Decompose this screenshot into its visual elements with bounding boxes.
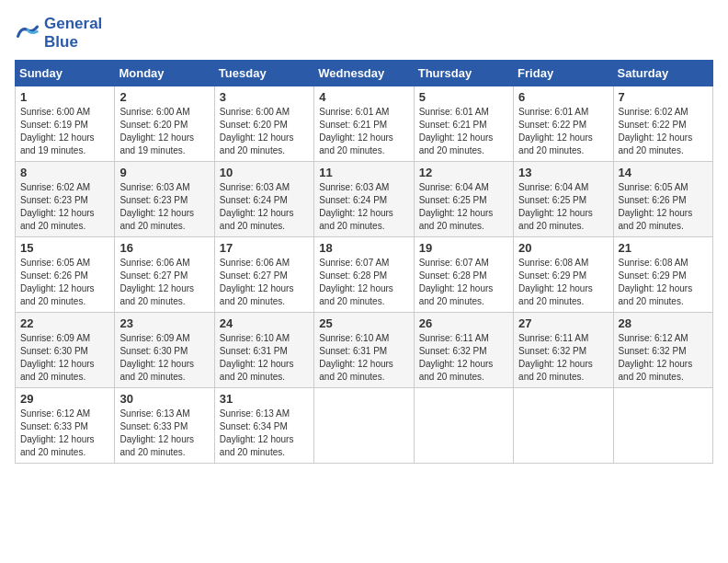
calendar-cell: 22Sunrise: 6:09 AM Sunset: 6:30 PM Dayli… [16, 313, 115, 388]
day-info: Sunrise: 6:02 AM Sunset: 6:22 PM Dayligh… [619, 106, 708, 157]
day-number: 5 [419, 90, 508, 104]
calendar-week-row: 1Sunrise: 6:00 AM Sunset: 6:19 PM Daylig… [16, 86, 713, 162]
calendar-cell: 31Sunrise: 6:13 AM Sunset: 6:34 PM Dayli… [214, 388, 313, 464]
day-number: 6 [518, 90, 608, 104]
calendar-cell: 9Sunrise: 6:03 AM Sunset: 6:23 PM Daylig… [115, 162, 214, 237]
calendar-cell: 26Sunrise: 6:11 AM Sunset: 6:32 PM Dayli… [414, 313, 513, 388]
calendar-cell: 25Sunrise: 6:10 AM Sunset: 6:31 PM Dayli… [314, 313, 414, 388]
day-number: 17 [220, 241, 309, 255]
day-number: 12 [419, 166, 508, 179]
day-number: 11 [319, 166, 408, 179]
day-info: Sunrise: 6:00 AM Sunset: 6:20 PM Dayligh… [220, 106, 309, 157]
day-number: 7 [619, 90, 708, 104]
calendar-cell: 3Sunrise: 6:00 AM Sunset: 6:20 PM Daylig… [214, 86, 313, 162]
day-info: Sunrise: 6:06 AM Sunset: 6:27 PM Dayligh… [220, 257, 309, 308]
calendar-cell: 20Sunrise: 6:08 AM Sunset: 6:29 PM Dayli… [514, 237, 613, 313]
calendar-cell: 7Sunrise: 6:02 AM Sunset: 6:22 PM Daylig… [613, 86, 712, 162]
calendar-week-row: 8Sunrise: 6:02 AM Sunset: 6:23 PM Daylig… [16, 162, 713, 237]
calendar-cell: 15Sunrise: 6:05 AM Sunset: 6:26 PM Dayli… [16, 237, 115, 313]
day-info: Sunrise: 6:07 AM Sunset: 6:28 PM Dayligh… [419, 257, 508, 308]
day-info: Sunrise: 6:05 AM Sunset: 6:26 PM Dayligh… [20, 257, 109, 308]
day-info: Sunrise: 6:10 AM Sunset: 6:31 PM Dayligh… [319, 332, 408, 384]
calendar-cell: 24Sunrise: 6:10 AM Sunset: 6:31 PM Dayli… [214, 313, 313, 388]
calendar-cell: 23Sunrise: 6:09 AM Sunset: 6:30 PM Dayli… [115, 313, 214, 388]
day-number: 4 [319, 90, 408, 104]
day-info: Sunrise: 6:11 AM Sunset: 6:32 PM Dayligh… [419, 332, 508, 384]
day-number: 30 [119, 392, 209, 406]
day-number: 26 [419, 316, 508, 330]
day-number: 13 [518, 166, 608, 179]
day-number: 1 [20, 90, 109, 104]
day-info: Sunrise: 6:03 AM Sunset: 6:24 PM Dayligh… [319, 181, 408, 233]
logo-text: General Blue [44, 15, 102, 51]
calendar-cell: 27Sunrise: 6:11 AM Sunset: 6:32 PM Dayli… [514, 313, 613, 388]
day-info: Sunrise: 6:03 AM Sunset: 6:23 PM Dayligh… [119, 181, 209, 233]
day-info: Sunrise: 6:01 AM Sunset: 6:21 PM Dayligh… [419, 106, 508, 157]
day-info: Sunrise: 6:12 AM Sunset: 6:33 PM Dayligh… [20, 408, 109, 459]
day-info: Sunrise: 6:09 AM Sunset: 6:30 PM Dayligh… [20, 332, 109, 384]
logo: General Blue [15, 15, 102, 51]
calendar-cell [414, 388, 513, 464]
day-info: Sunrise: 6:03 AM Sunset: 6:24 PM Dayligh… [220, 181, 309, 233]
day-number: 2 [119, 90, 209, 104]
calendar-cell: 13Sunrise: 6:04 AM Sunset: 6:25 PM Dayli… [514, 162, 613, 237]
calendar-cell: 17Sunrise: 6:06 AM Sunset: 6:27 PM Dayli… [214, 237, 313, 313]
day-info: Sunrise: 6:10 AM Sunset: 6:31 PM Dayligh… [220, 332, 309, 384]
day-info: Sunrise: 6:00 AM Sunset: 6:20 PM Dayligh… [119, 106, 209, 157]
day-number: 20 [518, 241, 608, 255]
calendar-cell: 14Sunrise: 6:05 AM Sunset: 6:26 PM Dayli… [613, 162, 712, 237]
day-info: Sunrise: 6:06 AM Sunset: 6:27 PM Dayligh… [119, 257, 209, 308]
day-number: 10 [220, 166, 309, 179]
day-info: Sunrise: 6:13 AM Sunset: 6:34 PM Dayligh… [220, 408, 309, 459]
calendar-cell: 4Sunrise: 6:01 AM Sunset: 6:21 PM Daylig… [314, 86, 414, 162]
day-info: Sunrise: 6:12 AM Sunset: 6:32 PM Dayligh… [619, 332, 708, 384]
day-number: 18 [319, 241, 408, 255]
logo-icon [15, 20, 40, 46]
day-number: 22 [20, 316, 109, 330]
day-number: 25 [319, 316, 408, 330]
day-info: Sunrise: 6:11 AM Sunset: 6:32 PM Dayligh… [518, 332, 608, 384]
day-number: 15 [20, 241, 109, 255]
calendar-cell: 5Sunrise: 6:01 AM Sunset: 6:21 PM Daylig… [414, 86, 513, 162]
calendar-cell: 1Sunrise: 6:00 AM Sunset: 6:19 PM Daylig… [16, 86, 115, 162]
day-number: 8 [20, 166, 109, 179]
weekday-header-row: SundayMondayTuesdayWednesdayThursdayFrid… [16, 61, 713, 86]
day-number: 21 [619, 241, 708, 255]
calendar-cell: 6Sunrise: 6:01 AM Sunset: 6:22 PM Daylig… [514, 86, 613, 162]
calendar-cell: 12Sunrise: 6:04 AM Sunset: 6:25 PM Dayli… [414, 162, 513, 237]
day-info: Sunrise: 6:01 AM Sunset: 6:22 PM Dayligh… [518, 106, 608, 157]
day-number: 14 [619, 166, 708, 179]
calendar-cell: 18Sunrise: 6:07 AM Sunset: 6:28 PM Dayli… [314, 237, 414, 313]
day-info: Sunrise: 6:01 AM Sunset: 6:21 PM Dayligh… [319, 106, 408, 157]
weekday-header-thursday: Thursday [414, 61, 513, 86]
day-info: Sunrise: 6:04 AM Sunset: 6:25 PM Dayligh… [419, 181, 508, 233]
calendar-cell: 29Sunrise: 6:12 AM Sunset: 6:33 PM Dayli… [16, 388, 115, 464]
day-info: Sunrise: 6:13 AM Sunset: 6:33 PM Dayligh… [119, 408, 209, 459]
calendar-week-row: 22Sunrise: 6:09 AM Sunset: 6:30 PM Dayli… [16, 313, 713, 388]
calendar-cell: 21Sunrise: 6:08 AM Sunset: 6:29 PM Dayli… [613, 237, 712, 313]
day-number: 9 [119, 166, 209, 179]
calendar-cell: 16Sunrise: 6:06 AM Sunset: 6:27 PM Dayli… [115, 237, 214, 313]
calendar-cell: 19Sunrise: 6:07 AM Sunset: 6:28 PM Dayli… [414, 237, 513, 313]
calendar-cell: 10Sunrise: 6:03 AM Sunset: 6:24 PM Dayli… [214, 162, 313, 237]
day-info: Sunrise: 6:09 AM Sunset: 6:30 PM Dayligh… [119, 332, 209, 384]
weekday-header-wednesday: Wednesday [314, 61, 414, 86]
weekday-header-saturday: Saturday [613, 61, 712, 86]
weekday-header-monday: Monday [115, 61, 214, 86]
day-number: 24 [220, 316, 309, 330]
calendar-week-row: 15Sunrise: 6:05 AM Sunset: 6:26 PM Dayli… [16, 237, 713, 313]
weekday-header-tuesday: Tuesday [214, 61, 313, 86]
calendar-cell [613, 388, 712, 464]
calendar-week-row: 29Sunrise: 6:12 AM Sunset: 6:33 PM Dayli… [16, 388, 713, 464]
day-info: Sunrise: 6:07 AM Sunset: 6:28 PM Dayligh… [319, 257, 408, 308]
calendar-cell: 28Sunrise: 6:12 AM Sunset: 6:32 PM Dayli… [613, 313, 712, 388]
calendar-cell: 30Sunrise: 6:13 AM Sunset: 6:33 PM Dayli… [115, 388, 214, 464]
weekday-header-friday: Friday [514, 61, 613, 86]
calendar-cell: 11Sunrise: 6:03 AM Sunset: 6:24 PM Dayli… [314, 162, 414, 237]
day-number: 3 [220, 90, 309, 104]
calendar-table: SundayMondayTuesdayWednesdayThursdayFrid… [15, 60, 713, 464]
day-number: 31 [220, 392, 309, 406]
day-number: 28 [619, 316, 708, 330]
page-header: General Blue [15, 15, 713, 51]
calendar-cell: 2Sunrise: 6:00 AM Sunset: 6:20 PM Daylig… [115, 86, 214, 162]
